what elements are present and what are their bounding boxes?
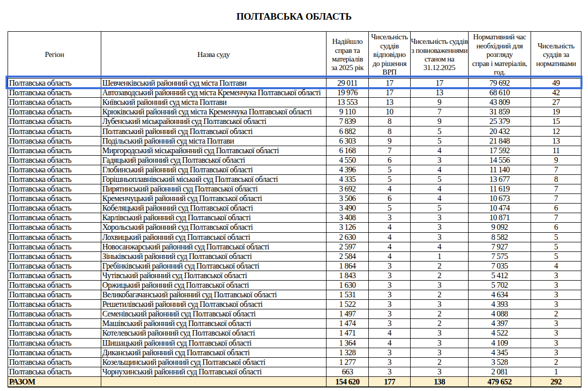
cell-incoming-cases: 7 839 <box>326 117 369 126</box>
cell-incoming-cases: 2 584 <box>326 251 369 261</box>
cell-region: Полтавська область <box>8 184 101 194</box>
cell-incoming-cases: 3 408 <box>326 213 369 223</box>
cell-normative-time: 17 592 <box>469 146 531 155</box>
cell-judges-by-decision: 4 <box>369 184 411 194</box>
cell-court-name: Оржицький районний суд Полтавської облас… <box>101 280 326 290</box>
cell-court-name: Решетилівський районний суд Полтавської … <box>101 300 326 309</box>
cell-judges-by-decision: 6 <box>369 194 411 204</box>
cell-judges-with-powers: 3 <box>411 223 469 232</box>
cell-judges-with-powers: 2 <box>411 261 469 271</box>
cell-court-name: Полтавський районний суд Полтавської обл… <box>101 126 326 136</box>
cell-region: Полтавська область <box>8 329 101 338</box>
cell-normative-time: 4 088 <box>469 309 531 319</box>
table-footer: РАЗОМ 154 620 177 138 479 652 292 <box>8 376 581 387</box>
cell-court-name: Машівський районний суд Полтавської обла… <box>101 319 326 329</box>
cell-normative-time: 10 871 <box>469 213 531 223</box>
total-judges-by-norms: 292 <box>531 376 581 387</box>
table-row: Полтавська область Шишацький районний су… <box>8 338 581 348</box>
cell-judges-with-powers: 4 <box>411 194 469 204</box>
table-body: Полтавська область Шевченківський районн… <box>8 79 581 377</box>
cell-region: Полтавська область <box>8 271 101 280</box>
cell-incoming-cases: 6 303 <box>326 136 369 146</box>
table-row: Полтавська область Решетилівський районн… <box>8 300 581 309</box>
cell-incoming-cases: 4 335 <box>326 174 369 184</box>
cell-judges-by-decision: 5 <box>369 165 411 174</box>
table-row: Полтавська область Оржицький районний су… <box>8 280 581 290</box>
cell-judges-by-decision: 3 <box>369 348 411 357</box>
cell-incoming-cases: 19 976 <box>326 88 369 98</box>
cell-region: Полтавська область <box>8 357 101 367</box>
cell-region: Полтавська область <box>8 338 101 348</box>
cell-judges-by-norms: 3 <box>531 348 581 357</box>
cell-incoming-cases: 1 630 <box>326 280 369 290</box>
cell-judges-by-norms: 2 <box>531 357 581 367</box>
cell-normative-time: 4 634 <box>469 290 531 300</box>
table-row: Полтавська область Диканський районний с… <box>8 348 581 357</box>
cell-judges-with-powers: 2 <box>411 309 469 319</box>
cell-region: Полтавська область <box>8 194 101 204</box>
cell-region: Полтавська область <box>8 319 101 329</box>
cell-normative-time: 20 432 <box>469 126 531 136</box>
cell-court-name: Подільський районний суд міста Полтави <box>101 136 326 146</box>
cell-judges-by-decision: 3 <box>369 280 411 290</box>
cell-incoming-cases: 3 506 <box>326 194 369 204</box>
cell-incoming-cases: 3 692 <box>326 184 369 194</box>
cell-normative-time: 11 140 <box>469 165 531 174</box>
cell-incoming-cases: 2 597 <box>326 242 369 251</box>
cell-judges-by-decision: 4 <box>369 232 411 242</box>
cell-incoming-cases: 13 553 <box>326 98 369 107</box>
cell-judges-by-decision: 3 <box>369 367 411 376</box>
cell-judges-by-decision: 3 <box>369 261 411 271</box>
cell-judges-by-decision: 7 <box>369 146 411 155</box>
cell-region: Полтавська область <box>8 232 101 242</box>
table-row: Полтавська область Пирятинський районний… <box>8 184 581 194</box>
cell-region: Полтавська область <box>8 174 101 184</box>
cell-incoming-cases: 1 277 <box>326 357 369 367</box>
cell-court-name: Диканський районний суд Полтавської обла… <box>101 348 326 357</box>
cell-region: Полтавська область <box>8 348 101 357</box>
table-row: Полтавська область Гадяцький районний су… <box>8 155 581 165</box>
cell-judges-by-norms: 7 <box>531 194 581 204</box>
cell-judges-by-norms: 2 <box>531 309 581 319</box>
table-row: Полтавська область Лубенський міськрайон… <box>8 117 581 126</box>
cell-court-name: Миргородський міськрайонний суд Полтавсь… <box>101 146 326 155</box>
cell-judges-by-decision: 4 <box>369 251 411 261</box>
cell-judges-by-decision: 4 <box>369 242 411 251</box>
table-row: Полтавська область Семенівський районний… <box>8 309 581 319</box>
cell-court-name: Котелевський районний суд Полтавської об… <box>101 329 326 338</box>
cell-judges-by-norms: 7 <box>531 213 581 223</box>
cell-judges-by-norms: 49 <box>531 79 581 88</box>
cell-region: Полтавська область <box>8 117 101 126</box>
table-row: Полтавська область Глобинський районний … <box>8 165 581 174</box>
cell-judges-with-powers: 4 <box>411 184 469 194</box>
cell-incoming-cases: 1 864 <box>326 261 369 271</box>
cell-judges-by-norms: 9 <box>531 155 581 165</box>
total-empty-cell <box>101 376 326 387</box>
cell-judges-by-norms: 6 <box>531 204 581 213</box>
cell-judges-by-norms: 1 <box>531 367 581 376</box>
cell-court-name: Козельщинський районний суд Полтавської … <box>101 357 326 367</box>
cell-region: Полтавська область <box>8 223 101 232</box>
cell-judges-by-decision: 3 <box>369 319 411 329</box>
total-label: РАЗОМ <box>8 376 101 387</box>
cell-judges-by-decision: 4 <box>369 223 411 232</box>
total-judges-with-powers: 138 <box>411 376 469 387</box>
cell-judges-with-powers: 3 <box>411 300 469 309</box>
table-row: Полтавська область Крюківський районний … <box>8 107 581 117</box>
table-row: Полтавська область Чутівський районний с… <box>8 271 581 280</box>
cell-judges-with-powers: 3 <box>411 329 469 338</box>
cell-region: Полтавська область <box>8 88 101 98</box>
document-page: ПОЛТАВСЬКА ОБЛАСТЬ Регіон Назва суду Над… <box>0 0 588 391</box>
table-row: Полтавська область Лохвицький районний с… <box>8 232 581 242</box>
table-row: Полтавська область Горішньоплавнівський … <box>8 174 581 184</box>
cell-incoming-cases: 1 474 <box>326 319 369 329</box>
cell-judges-by-norms: 3 <box>531 329 581 338</box>
cell-incoming-cases: 6 882 <box>326 126 369 136</box>
cell-normative-time: 4 522 <box>469 329 531 338</box>
cell-region: Полтавська область <box>8 146 101 155</box>
cell-judges-with-powers: 9 <box>411 98 469 107</box>
cell-normative-time: 9 092 <box>469 223 531 232</box>
header-judges-by-decision: Чисельність суддів відповідно до рішення… <box>369 32 411 79</box>
cell-judges-by-decision: 4 <box>369 329 411 338</box>
header-region: Регіон <box>8 32 101 79</box>
